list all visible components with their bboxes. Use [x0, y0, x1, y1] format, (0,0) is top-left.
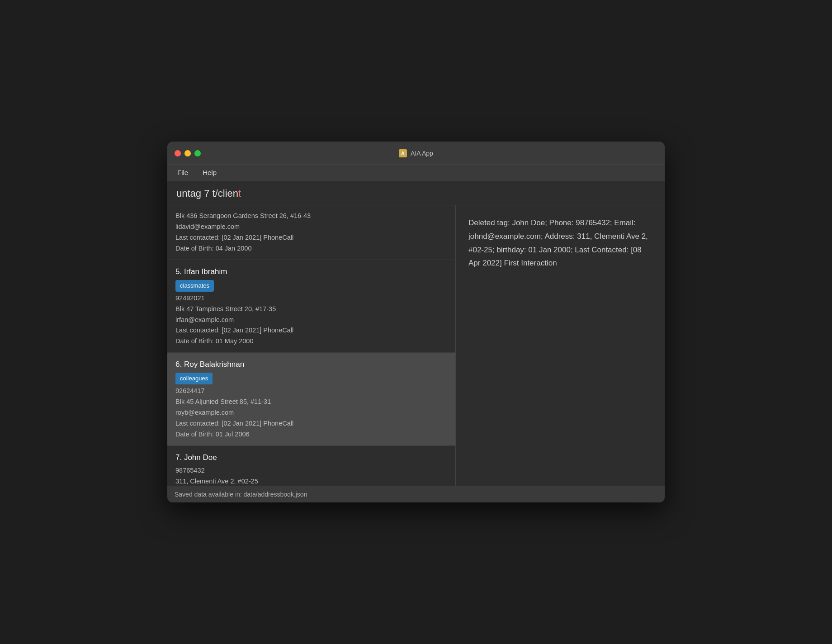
menu-help[interactable]: Help — [200, 168, 219, 177]
title-bar: A AIA App — [167, 142, 665, 165]
title-bar-text: A AIA App — [399, 149, 433, 157]
contact-address-5: Blk 47 Tampines Street 20, #17-35 — [175, 304, 447, 315]
contact-number-5: 5. — [175, 267, 184, 276]
contact-number-7: 7. — [175, 453, 184, 462]
contact-tag-6[interactable]: colleagues — [175, 373, 213, 384]
contact-item-7[interactable]: 7. John Doe 98765432 311, Clementi Ave 2… — [167, 446, 455, 486]
partial-email: lidavid@example.com — [175, 222, 447, 232]
main-content: Blk 436 Serangoon Gardens Street 26, #16… — [167, 205, 665, 486]
contact-item-5[interactable]: 5. Irfan Ibrahim classmates 92492021 Blk… — [167, 260, 455, 353]
window-title: AIA App — [411, 150, 433, 157]
minimize-button[interactable] — [184, 150, 191, 156]
contact-phone-7: 98765432 — [175, 465, 447, 476]
contact-address-6: Blk 45 Aljunied Street 85, #11-31 — [175, 397, 447, 407]
contact-address-7: 311, Clementi Ave 2, #02-25 — [175, 476, 447, 486]
contact-tag-5[interactable]: classmates — [175, 280, 214, 292]
right-panel: Deleted tag: John Doe; Phone: 98765432; … — [456, 205, 665, 486]
status-bar: Saved data available in: data/addressboo… — [167, 486, 665, 502]
close-button[interactable] — [175, 150, 181, 156]
command-highlight: t — [238, 188, 241, 199]
menu-bar: File Help — [167, 165, 665, 180]
contact-email-5: irfan@example.com — [175, 315, 447, 326]
partial-last-contacted: Last contacted: [02 Jan 2021] PhoneCall — [175, 232, 447, 243]
menu-file[interactable]: File — [175, 168, 191, 177]
contact-name-7: 7. John Doe — [175, 451, 447, 464]
contact-number-6: 6. — [175, 360, 184, 369]
contact-name-6: 6. Roy Balakrishnan — [175, 358, 447, 371]
contact-item-6[interactable]: 6. Roy Balakrishnan colleagues 92624417 … — [167, 353, 455, 446]
contact-dob-6: Date of Birth: 01 Jul 2006 — [175, 429, 447, 440]
contact-dob-5: Date of Birth: 01 May 2000 — [175, 336, 447, 347]
contact-name-5: 5. Irfan Ibrahim — [175, 265, 447, 279]
traffic-lights — [175, 150, 201, 156]
app-icon: A — [399, 149, 407, 157]
result-text: Deleted tag: John Doe; Phone: 98765432; … — [468, 216, 652, 270]
contact-email-6: royb@example.com — [175, 407, 447, 418]
maximize-button[interactable] — [194, 150, 201, 156]
command-bar: untag 7 t/client — [167, 180, 665, 205]
contact-phone-5: 92492021 — [175, 293, 447, 304]
command-prefix: untag 7 t/clien — [176, 188, 238, 199]
contact-last-contacted-5: Last contacted: [02 Jan 2021] PhoneCall — [175, 325, 447, 336]
app-window: A AIA App File Help untag 7 t/client Blk… — [167, 142, 665, 502]
partial-address: Blk 436 Serangoon Gardens Street 26, #16… — [175, 211, 447, 222]
command-text: untag 7 t/client — [176, 188, 656, 199]
contact-last-contacted-6: Last contacted: [02 Jan 2021] PhoneCall — [175, 418, 447, 429]
contact-list[interactable]: Blk 436 Serangoon Gardens Street 26, #16… — [167, 205, 456, 486]
contact-phone-6: 92624417 — [175, 386, 447, 397]
partial-dob: Date of Birth: 04 Jan 2000 — [175, 243, 447, 254]
partial-contact: Blk 436 Serangoon Gardens Street 26, #16… — [167, 205, 455, 260]
status-text: Saved data available in: data/addressboo… — [175, 491, 307, 498]
